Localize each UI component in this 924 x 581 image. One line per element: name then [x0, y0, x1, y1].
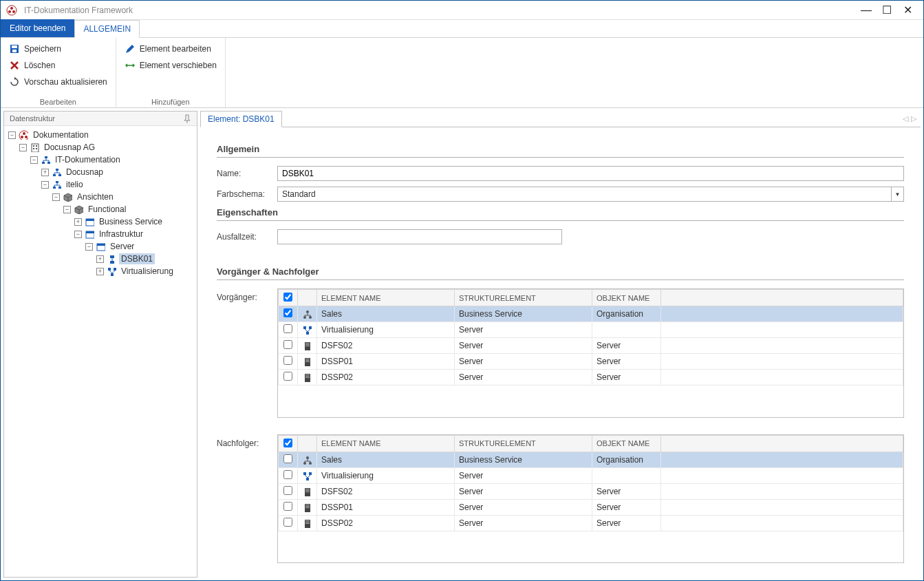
farbschema-select[interactable]: Standard ▼: [277, 187, 904, 202]
table-row[interactable]: DSFS02ServerServer: [279, 483, 903, 499]
tree-label: Server: [108, 241, 136, 252]
row-checkbox[interactable]: [283, 470, 292, 479]
tree-toggle-icon[interactable]: +: [41, 169, 49, 176]
move-icon: [125, 60, 136, 71]
pin-icon[interactable]: [182, 114, 191, 123]
tab-next-icon[interactable]: ▷: [911, 114, 916, 123]
col-struktur: STRUKTURELEMENT: [455, 435, 592, 452]
window-icon: [85, 229, 94, 239]
tree-label: Dokumentation: [31, 129, 91, 140]
section-eigenschaften: Eigenschaften: [217, 207, 904, 218]
table-row[interactable]: DSSP02ServerServer: [279, 515, 903, 531]
tree-toggle-icon[interactable]: −: [63, 206, 71, 213]
edit-icon: [125, 43, 136, 54]
tab-editor-beenden[interactable]: Editor beenden: [1, 19, 74, 37]
server-icon: [302, 503, 312, 512]
minimize-button[interactable]: —: [856, 4, 877, 17]
tree-label: Functional: [86, 204, 128, 215]
edit-element-button[interactable]: Element bearbeiten: [123, 42, 218, 56]
table-row[interactable]: VirtualisierungServer: [279, 467, 903, 483]
app-icon: [19, 130, 28, 140]
row-checkbox[interactable]: [283, 340, 292, 349]
tree-toggle-icon[interactable]: +: [96, 255, 104, 263]
table-row[interactable]: DSFS02ServerServer: [279, 338, 903, 354]
diagram-icon: [52, 167, 61, 177]
tree-toggle-icon[interactable]: −: [8, 131, 16, 139]
save-button[interactable]: Speichern: [8, 42, 109, 56]
row-checkbox[interactable]: [283, 324, 292, 333]
row-checkbox[interactable]: [283, 502, 292, 511]
header-checkbox[interactable]: [283, 439, 292, 447]
table-row[interactable]: SalesBusiness ServiceOrganisation: [279, 452, 903, 467]
tree-node[interactable]: −Docusnap AG: [8, 141, 193, 154]
tree-label: DSBK01: [119, 253, 155, 264]
section-allgemein: Allgemein: [217, 144, 904, 154]
chevron-down-icon[interactable]: ▼: [892, 187, 904, 202]
section-vn: Vorgänger & Nachfolger: [217, 266, 904, 277]
tab-prev-icon[interactable]: ◁: [903, 114, 908, 123]
org-icon: [302, 455, 312, 465]
tree-node[interactable]: +DSBK01: [8, 253, 193, 265]
content-tab-nav: ◁ ▷: [903, 114, 921, 123]
ausfallzeit-label: Ausfallzeit:: [217, 232, 277, 242]
table-row[interactable]: DSSP02ServerServer: [279, 370, 903, 385]
tree-toggle-icon[interactable]: −: [30, 156, 38, 164]
farbschema-label: Farbschema:: [217, 189, 277, 199]
row-checkbox[interactable]: [283, 454, 292, 463]
close-button[interactable]: ✕: [897, 3, 918, 17]
vorgaenger-label: Vorgänger:: [217, 288, 268, 302]
tree-node[interactable]: −Dokumentation: [8, 129, 193, 141]
server-icon: [302, 341, 312, 350]
tree-node[interactable]: −Server: [8, 240, 193, 253]
tree-node[interactable]: +Docusnap: [8, 166, 193, 178]
tab-allgemein[interactable]: ALLGEMEIN: [74, 20, 140, 38]
tree-toggle-icon[interactable]: −: [41, 181, 49, 189]
header-checkbox[interactable]: [283, 293, 292, 302]
tree-toggle-icon[interactable]: −: [74, 231, 82, 238]
table-row[interactable]: DSSP01ServerServer: [279, 354, 903, 370]
cube-icon: [63, 192, 72, 202]
tree-toggle-icon[interactable]: −: [85, 243, 93, 251]
row-checkbox[interactable]: [283, 372, 292, 381]
table-row[interactable]: VirtualisierungServer: [279, 322, 903, 338]
table-row[interactable]: SalesBusiness ServiceOrganisation: [279, 306, 903, 322]
node-icon: [107, 254, 116, 264]
tree-label: Docusnap: [64, 167, 105, 178]
tree-node[interactable]: +Business Service: [8, 215, 193, 228]
diagram-icon: [52, 180, 61, 189]
table-row[interactable]: DSSP01ServerServer: [279, 499, 903, 515]
ausfallzeit-input[interactable]: [277, 229, 562, 244]
tree-node[interactable]: −IT-Dokumentation: [8, 154, 193, 166]
sidebar-title: Datenstruktur: [4, 112, 197, 126]
tree-toggle-icon[interactable]: −: [52, 193, 60, 201]
nodes-icon: [107, 266, 116, 276]
diagram-icon: [41, 155, 50, 165]
window-icon: [85, 217, 94, 226]
tree-node[interactable]: −itelio: [8, 178, 193, 191]
content-tab-element[interactable]: Element: DSBK01: [200, 111, 282, 127]
cube-icon: [74, 204, 83, 214]
maximize-button[interactable]: ☐: [877, 3, 897, 17]
row-checkbox[interactable]: [283, 518, 292, 527]
tree-node[interactable]: −Functional: [8, 203, 193, 215]
sidebar: Datenstruktur −Dokumentation−Docusnap AG…: [3, 111, 197, 578]
row-checkbox[interactable]: [283, 486, 292, 495]
tree-node[interactable]: −Ansichten: [8, 191, 193, 203]
refresh-icon: [9, 76, 20, 87]
refresh-preview-button[interactable]: Vorschau aktualisieren: [8, 75, 109, 89]
delete-button[interactable]: Löschen: [8, 59, 109, 72]
tree-node[interactable]: +Virtualisierung: [8, 265, 193, 277]
tree-label: Infrastruktur: [97, 229, 145, 240]
main: Element: DSBK01 ◁ ▷ Allgemein Name: Farb…: [200, 111, 921, 578]
name-input[interactable]: [277, 166, 904, 181]
tree-toggle-icon[interactable]: −: [19, 144, 27, 151]
server-icon: [302, 487, 312, 496]
tree-label: IT-Dokumentation: [53, 154, 122, 165]
tree-toggle-icon[interactable]: +: [74, 218, 82, 226]
window-title: IT-Dokumentation Framework: [24, 6, 856, 15]
row-checkbox[interactable]: [283, 308, 292, 317]
move-element-button[interactable]: Element verschieben: [123, 59, 218, 72]
row-checkbox[interactable]: [283, 356, 292, 365]
tree-toggle-icon[interactable]: +: [96, 268, 104, 275]
tree-node[interactable]: −Infrastruktur: [8, 228, 193, 240]
